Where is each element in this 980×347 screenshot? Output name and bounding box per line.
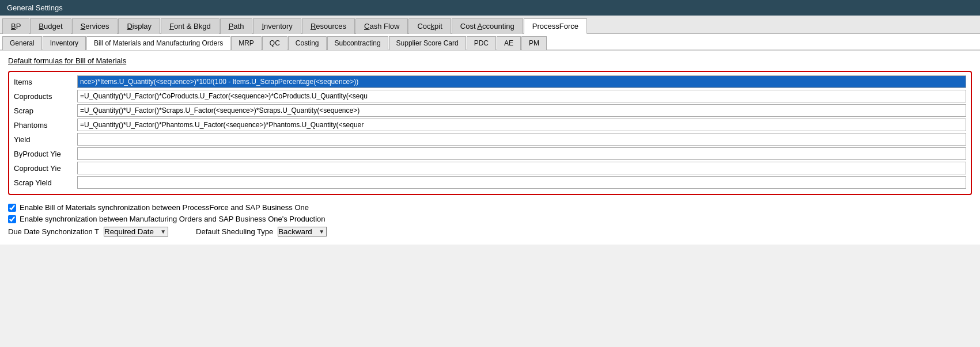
tab-top-path[interactable]: Path <box>220 18 253 34</box>
tab-top-processforce-label: ProcessForce <box>532 22 578 30</box>
section-title: Default formulas for Bill of Materials <box>8 56 972 65</box>
tab-top-resources[interactable]: Resources <box>302 18 355 34</box>
tab-second-qc[interactable]: QC <box>262 36 287 50</box>
checkbox-bom-sync-label: Enable Bill of Materials synchronization… <box>20 203 309 212</box>
formula-row-coproducts: Coproducts <box>14 90 966 102</box>
checkbox-mo-sync[interactable] <box>8 215 16 223</box>
formula-label-byproduct-yield: ByProduct Yie <box>14 150 77 158</box>
formula-label-coproducts: Coproducts <box>14 92 77 101</box>
tab-top-font-bkgd[interactable]: Font & Bkgd <box>161 18 220 34</box>
tab-second-supplier-score-card-label: Supplier Score Card <box>396 39 459 47</box>
tab-second-costing[interactable]: Costing <box>288 36 327 50</box>
checkbox-bom-sync[interactable] <box>8 204 16 212</box>
tab-top-cost-accounting-label: Cost Accounting <box>460 22 514 30</box>
tab-top-cockpit-label: Cockpit <box>417 22 442 30</box>
tab-top-cash-flow-label: Cash Flow <box>364 22 399 30</box>
formula-input-items[interactable] <box>77 75 966 88</box>
tab-top-display-label: Display <box>127 22 152 30</box>
tab-top-cash-flow[interactable]: Cash Flow <box>355 18 408 34</box>
formula-input-phantoms[interactable] <box>77 119 966 131</box>
tab-second-pm-label: PM <box>529 39 539 47</box>
tab-second-ae[interactable]: AE <box>497 36 521 50</box>
tab-second-pdc[interactable]: PDC <box>467 36 496 50</box>
tab-second-pdc-label: PDC <box>474 39 489 47</box>
scheduling-select[interactable]: Backward Forward <box>278 227 327 237</box>
tab-top-display[interactable]: Display <box>118 18 160 34</box>
formula-input-byproduct-yield[interactable] <box>77 147 966 160</box>
tab-bar-top: BP Budget Services Display Font & Bkgd P… <box>0 16 980 34</box>
tab-top-services-label: Services <box>81 22 109 30</box>
formula-label-items: Items <box>14 78 77 86</box>
formulas-box: Items Coproducts Scrap Phantoms Yield By… <box>8 71 972 195</box>
tab-bar-second: General Inventory Bill of Materials and … <box>0 34 980 51</box>
due-date-select[interactable]: Required Date <box>104 227 168 237</box>
tab-top-path-label: Path <box>229 22 244 30</box>
tab-second-subcontracting[interactable]: Subcontracting <box>327 36 388 50</box>
formula-row-items: Items <box>14 75 966 88</box>
formula-label-scrap: Scrap <box>14 106 77 115</box>
tab-top-processforce[interactable]: ProcessForce <box>524 18 587 34</box>
tab-top-bp[interactable]: BP <box>2 18 29 34</box>
formula-input-yield[interactable] <box>77 133 966 146</box>
formula-row-scrap-yield: Scrap Yield <box>14 176 966 189</box>
tab-second-general-label: General <box>10 39 35 47</box>
checkbox-row-bom-sync: Enable Bill of Materials synchronization… <box>8 203 972 212</box>
tab-second-pm[interactable]: PM <box>521 36 547 50</box>
scheduling-dropdown[interactable]: Backward Forward ▼ <box>278 227 327 237</box>
tab-second-mrp-label: MRP <box>239 39 254 47</box>
formula-row-coproduct-yield: Coproduct Yie <box>14 162 966 174</box>
tab-second-qc-label: QC <box>270 39 280 47</box>
tab-second-bom[interactable]: Bill of Materials and Manufacturing Orde… <box>86 36 230 50</box>
main-content: Default formulas for Bill of Materials I… <box>0 51 980 245</box>
tab-top-budget[interactable]: Budget <box>30 18 71 34</box>
formula-input-scrap-yield[interactable] <box>77 176 966 189</box>
scheduling-label: Default Sheduling Type <box>196 227 273 236</box>
tab-second-general[interactable]: General <box>2 36 42 50</box>
tab-top-inventory-label: Inventory <box>262 22 293 30</box>
tab-second-mrp[interactable]: MRP <box>231 36 262 50</box>
tab-top-resources-label: Resources <box>311 22 346 30</box>
tab-second-inventory-label: Inventory <box>50 39 78 47</box>
bottom-row: Due Date Synchonization T Required Date … <box>8 227 972 237</box>
formula-row-scrap: Scrap <box>14 104 966 117</box>
tab-second-subcontracting-label: Subcontracting <box>335 39 381 47</box>
formula-input-coproduct-yield[interactable] <box>77 162 966 174</box>
tab-second-inventory[interactable]: Inventory <box>43 36 86 50</box>
tab-top-cost-accounting[interactable]: Cost Accounting <box>452 18 523 34</box>
tab-top-budget-label: Budget <box>39 22 62 30</box>
tab-second-costing-label: Costing <box>296 39 319 47</box>
tab-top-inventory[interactable]: Inventory <box>253 18 301 34</box>
tab-second-ae-label: AE <box>504 39 513 47</box>
formula-row-yield: Yield <box>14 133 966 146</box>
checkbox-mo-sync-label: Enable synchronization between Manufactu… <box>20 215 326 223</box>
formula-row-phantoms: Phantoms <box>14 119 966 131</box>
checkbox-row-mo-sync: Enable synchronization between Manufactu… <box>8 215 972 223</box>
tab-top-services[interactable]: Services <box>72 18 118 34</box>
formula-row-byproduct-yield: ByProduct Yie <box>14 147 966 160</box>
formula-label-phantoms: Phantoms <box>14 121 77 129</box>
formula-input-scrap[interactable] <box>77 104 966 117</box>
tab-top-cockpit[interactable]: Cockpit <box>408 18 451 34</box>
tab-second-supplier-score-card[interactable]: Supplier Score Card <box>389 36 466 50</box>
formula-label-coproduct-yield: Coproduct Yie <box>14 164 77 173</box>
tab-top-bp-label: BP <box>11 22 21 30</box>
formula-label-scrap-yield: Scrap Yield <box>14 178 77 187</box>
title-bar-label: General Settings <box>7 3 63 12</box>
tab-second-bom-label: Bill of Materials and Manufacturing Orde… <box>94 39 223 47</box>
formula-input-coproducts[interactable] <box>77 90 966 102</box>
due-date-label: Due Date Synchonization T <box>8 227 99 236</box>
due-date-dropdown[interactable]: Required Date ▼ <box>104 227 168 237</box>
tab-top-font-bkgd-label: Font & Bkgd <box>169 22 211 30</box>
formula-label-yield: Yield <box>14 135 77 144</box>
title-bar: General Settings <box>0 0 980 16</box>
